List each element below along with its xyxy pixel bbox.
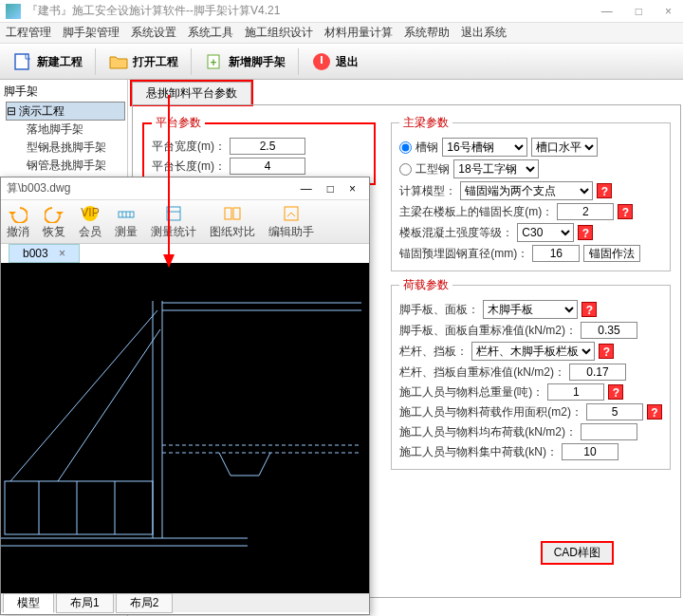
edit-helper-button[interactable]: 编辑助手 [268,204,314,240]
compare-button[interactable]: 图纸对比 [210,204,255,240]
anchor-len-label: 主梁在楼板上的锚固长度(m)： [399,204,553,220]
separator [191,48,192,75]
menu-help[interactable]: 系统帮助 [404,25,450,41]
separator [95,48,96,75]
layout-tab-2[interactable]: 布局2 [116,593,174,613]
channel-radio[interactable] [399,141,412,154]
calc-model-label: 计算模型： [399,183,456,199]
rail-weight-label: 栏杆、挡板自重标准值(kN/m2)： [399,364,565,381]
window-controls: — □ × [596,5,677,18]
help-icon[interactable]: ? [608,384,623,400]
help-icon[interactable]: ? [581,302,597,317]
dwg-file-tab[interactable]: b003 × [9,244,80,263]
svg-rect-18 [233,208,240,219]
rail-weight-input[interactable] [569,364,626,381]
menu-exit[interactable]: 退出系统 [461,25,507,41]
sidebar-title: 脚手架 [2,82,125,102]
help-icon[interactable]: ? [597,183,612,198]
tree-root-label: 演示工程 [19,104,65,118]
dwg-canvas[interactable] [1,263,369,593]
platform-width-label: 平台宽度(m)： [152,139,226,155]
add-scaffold-button[interactable]: + 新增脚手架 [195,48,294,75]
tree-root-node[interactable]: ⊟ 演示工程 [6,102,125,121]
beam-fieldset: 主梁参数 槽钢 16号槽钢 槽口水平 工型钢 18号工字钢 [391,115,671,271]
exit-button[interactable]: 退出 [303,48,367,75]
calc-model-select[interactable]: 锚固端为两个支点 [460,181,593,200]
help-icon[interactable]: ? [647,404,662,420]
open-project-label: 打开工程 [133,54,178,70]
undo-button[interactable]: 撤消 [7,204,29,240]
help-icon[interactable]: ? [578,225,593,240]
tree-item[interactable]: 型钢悬挑脚手架 [6,139,125,157]
close-button[interactable]: × [659,5,677,18]
anchor-len-input[interactable] [557,203,614,220]
channel-orient-select[interactable]: 槽口水平 [531,138,598,157]
beam-legend: 主梁参数 [399,115,452,131]
deck-weight-input[interactable] [581,322,637,339]
anchor-method-button[interactable]: 锚固作法 [583,245,640,262]
app-icon [6,4,21,19]
tree-item[interactable]: 钢管悬挑脚手架 [6,157,125,175]
measure-button[interactable]: 测量 [115,204,138,240]
ring-dia-input[interactable] [532,245,580,262]
platform-length-input[interactable] [230,158,305,175]
tree-item[interactable]: 落地脚手架 [6,121,125,139]
deck-label: 脚手板、面板： [399,302,479,318]
layout-tab-model[interactable]: 模型 [3,593,54,613]
dwg-title-text: 算\b003.dwg [7,180,293,196]
deck-select[interactable]: 木脚手板 [483,300,578,319]
conc-load-input[interactable] [562,443,618,460]
menu-material[interactable]: 材料用量计算 [324,25,393,41]
platform-width-input[interactable] [230,138,305,155]
total-weight-input[interactable] [547,383,604,401]
svg-rect-4 [321,56,323,64]
dwg-maximize-button[interactable]: □ [320,182,342,196]
dwg-close-button[interactable]: × [342,182,363,196]
measure-stats-button[interactable]: 测量统计 [151,204,196,240]
ibeam-select[interactable]: 18号工字钢 [453,159,539,178]
tab-params[interactable]: 悬挑卸料平台参数 [132,82,251,104]
svg-rect-24 [5,481,153,534]
separator [298,48,299,75]
new-project-label: 新建工程 [37,54,83,70]
menu-bar: 工程管理 脚手架管理 系统设置 系统工具 施工组织设计 材料用量计算 系统帮助 … [0,23,683,44]
dwg-footer: 模型 布局1 布局2 [1,593,369,612]
load-area-input[interactable] [586,403,643,420]
vip-button[interactable]: VIP会员 [79,204,102,240]
uniform-load-input[interactable] [581,423,637,440]
rail-select[interactable]: 栏杆、木脚手板栏板 [471,342,595,361]
load-area-label: 施工人员与物料荷载作用面积(m2)： [399,404,582,420]
cad-sample-button[interactable]: CAD样图 [541,541,614,565]
ibeam-radio[interactable] [399,163,412,176]
channel-select[interactable]: 16号槽钢 [442,138,527,157]
svg-rect-15 [167,207,180,220]
channel-label: 槽钢 [415,140,438,156]
dwg-minimize-button[interactable]: — [293,182,320,196]
minimize-button[interactable]: — [596,5,618,18]
platform-legend: 平台参数 [152,115,205,131]
help-icon[interactable]: ? [599,344,614,359]
menu-project[interactable]: 工程管理 [6,25,51,41]
add-scaffold-label: 新增脚手架 [229,54,286,70]
menu-scaffold[interactable]: 脚手架管理 [63,25,120,41]
platform-fieldset: 平台参数 平台宽度(m)： 平台长度(m)： [142,115,376,185]
help-icon[interactable]: ? [618,204,633,219]
maximize-button[interactable]: □ [630,5,648,18]
new-project-button[interactable]: 新建工程 [4,48,91,75]
dwg-tabstrip: b003 × [1,244,369,263]
concrete-select[interactable]: C30 [517,223,574,242]
layout-tab-1[interactable]: 布局1 [56,593,114,613]
menu-tools[interactable]: 系统工具 [188,25,233,41]
svg-line-28 [10,310,157,481]
new-icon [12,51,33,72]
menu-settings[interactable]: 系统设置 [131,25,176,41]
menu-construction[interactable]: 施工组织设计 [245,25,313,41]
open-project-button[interactable]: 打开工程 [100,48,187,75]
open-icon [108,51,129,72]
dwg-tab-label: b003 [23,247,48,260]
window-title: 『建书』施工安全设施计算软件--脚手架计算V4.21 [27,3,596,19]
uniform-load-label: 施工人员与物料均布荷载(kN/m2)： [399,424,577,440]
redo-button[interactable]: 恢复 [43,204,65,240]
load-legend: 荷载参数 [399,277,452,293]
dwg-tab-close-icon[interactable]: × [59,247,65,260]
